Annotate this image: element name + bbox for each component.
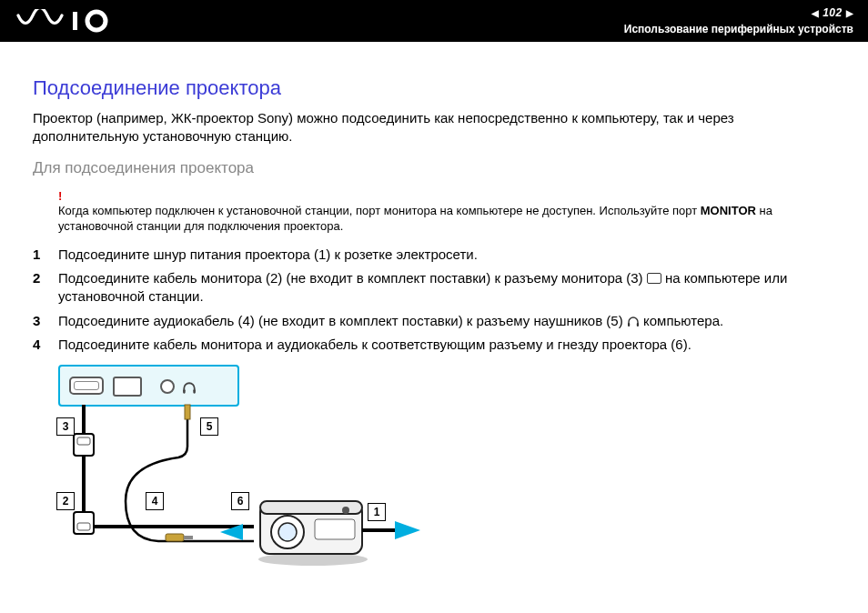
svg-rect-10: [185, 405, 190, 419]
svg-rect-9: [77, 523, 90, 530]
warning-bold: MONITOR: [701, 204, 756, 217]
monitor-port-icon: [647, 273, 661, 284]
header-bar: ◀ 102 ▶ Использование периферийных устро…: [0, 0, 868, 42]
headphones-icon: [627, 317, 640, 327]
diagram-svg: [58, 365, 468, 583]
svg-point-13: [258, 553, 368, 566]
step-2: 2 Подсоедините кабель монитора (2) (не в…: [33, 269, 835, 306]
diagram-label-5: 5: [200, 417, 218, 436]
step-text: Подсоедините кабель монитора (2) (не вхо…: [58, 269, 835, 306]
diagram-label-3: 3: [56, 417, 75, 436]
page-indicator[interactable]: ◀ 102 ▶: [624, 5, 853, 20]
step-3: 3 Подсоедините аудиокабель (4) (не входи…: [33, 312, 835, 330]
page-content: Подсоединение проектора Проектор (наприм…: [0, 42, 868, 583]
svg-rect-0: [73, 12, 77, 30]
svg-point-19: [342, 507, 349, 514]
warning-note: ! Когда компьютер подключен к установочн…: [58, 188, 835, 235]
subtitle: Для подсоединения проектора: [33, 158, 835, 179]
svg-rect-2: [628, 323, 630, 327]
header-right: ◀ 102 ▶ Использование периферийных устро…: [624, 5, 853, 36]
page-title: Подсоединение проектора: [33, 75, 835, 102]
steps-list: 1 Подсоедините шнур питания проектора (1…: [33, 246, 835, 354]
svg-rect-18: [315, 519, 355, 539]
svg-rect-3: [637, 323, 639, 327]
projector-icon: [258, 501, 368, 566]
step-1: 1 Подсоедините шнур питания проектора (1…: [33, 246, 835, 264]
svg-rect-7: [77, 437, 90, 445]
page-number: 102: [823, 6, 843, 19]
next-page-icon[interactable]: ▶: [846, 7, 854, 20]
svg-rect-12: [184, 536, 193, 539]
svg-marker-20: [395, 521, 420, 539]
section-title: Использование периферийных устройств: [624, 22, 853, 36]
diagram-label-2: 2: [56, 492, 75, 510]
warning-icon: !: [58, 188, 835, 205]
step-num: 4: [33, 336, 58, 354]
connection-diagram: 3 5 2 4 6 1: [58, 365, 468, 583]
diagram-label-1: 1: [368, 503, 386, 521]
step-text: Подсоедините аудиокабель (4) (не входит …: [58, 312, 835, 330]
svg-point-1: [87, 12, 106, 30]
diagram-label-6: 6: [231, 492, 249, 510]
intro-text: Проектор (например, ЖК-проектор Sony) мо…: [33, 109, 835, 146]
vaio-logo: [16, 9, 116, 33]
prev-page-icon[interactable]: ◀: [812, 7, 820, 20]
step-num: 3: [33, 312, 58, 330]
svg-point-17: [278, 523, 297, 541]
step-num: 1: [33, 246, 58, 264]
diagram-label-4: 4: [146, 492, 164, 510]
svg-rect-11: [166, 534, 184, 541]
step-4: 4 Подсоедините кабель монитора и аудиока…: [33, 336, 835, 354]
step-text: Подсоедините шнур питания проектора (1) …: [58, 246, 835, 264]
step-text: Подсоедините кабель монитора и аудиокабе…: [58, 336, 835, 354]
step-num: 2: [33, 269, 58, 306]
warning-text-a: Когда компьютер подключен к установочной…: [58, 204, 701, 217]
